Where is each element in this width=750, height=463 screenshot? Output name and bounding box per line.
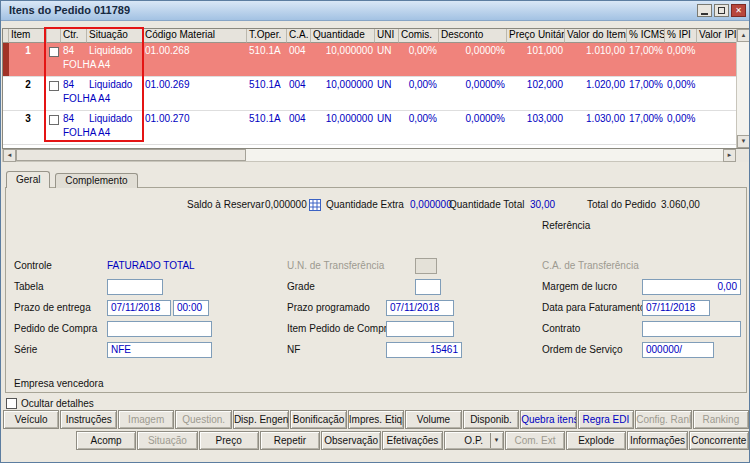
- button-instrucoes[interactable]: Instruções: [60, 410, 116, 429]
- cell-quantidade: 10,000000: [311, 77, 375, 110]
- minimize-icon[interactable]: [697, 4, 712, 17]
- button-preco[interactable]: Preço: [199, 431, 259, 450]
- dropdown-arrow-icon[interactable]: ▼: [490, 433, 502, 448]
- grid-body: 184FOLHA A4Liquidado01.00.268510.1A00410…: [3, 43, 736, 145]
- cell-ctr: 84FOLHA A4: [61, 43, 87, 76]
- cell-valor_ipi: [697, 111, 736, 144]
- serie-field[interactable]: NFE: [107, 342, 212, 358]
- scroll-right-icon[interactable]: ►: [723, 149, 736, 162]
- total-pedido-value: 3.060,00: [661, 197, 700, 213]
- nf-label: NF: [287, 342, 300, 358]
- scrollbar-corner: [736, 149, 749, 162]
- prazo-programado-field[interactable]: 07/11/2018: [386, 300, 454, 316]
- column-header-situacao[interactable]: Situação: [87, 29, 143, 43]
- button-explode[interactable]: Explode: [566, 431, 626, 450]
- cell-ca: 004: [287, 111, 311, 144]
- column-header-ctr[interactable]: Ctr.: [61, 29, 87, 43]
- scrollbar-track[interactable]: [16, 149, 723, 161]
- grade-field[interactable]: [415, 279, 441, 295]
- button-acomp[interactable]: Acomp: [76, 431, 136, 450]
- scroll-left-icon[interactable]: ◄: [3, 149, 16, 162]
- button-bonificacao[interactable]: Bonificação: [290, 410, 346, 429]
- button-o-p[interactable]: O.P.▼: [444, 431, 504, 450]
- tab-geral[interactable]: Geral: [6, 171, 50, 188]
- button-impres-etiq[interactable]: Impres. Etiq.: [348, 410, 404, 429]
- button-regra-edi[interactable]: Regra EDI: [578, 410, 634, 429]
- checkbox-icon: [49, 115, 59, 125]
- column-header-codigo[interactable]: Código Material: [143, 29, 247, 43]
- grid-row-2[interactable]: 284FOLHA A4Liquidado01.00.269510.1A00410…: [3, 77, 736, 111]
- row-checkbox[interactable]: [47, 111, 61, 144]
- prazo-entrega-time-field[interactable]: 00:00: [173, 300, 209, 316]
- button-efetivacoes[interactable]: Efetivações: [382, 431, 442, 450]
- cell-desconto: 0,0000%: [439, 77, 507, 110]
- cell-item: 1: [9, 43, 47, 76]
- button-observacao[interactable]: Observação: [321, 431, 381, 450]
- tab-complemento[interactable]: Complemento: [55, 173, 137, 188]
- prazo-programado-label: Prazo programado: [287, 300, 370, 316]
- cell-quantidade: 10,000000: [311, 111, 375, 144]
- vertical-scrollbar[interactable]: ▲ ▼: [736, 29, 749, 148]
- cell-preco_unitario: 101,000: [507, 43, 565, 76]
- tabela-label: Tabela: [14, 279, 43, 295]
- checkbox-icon[interactable]: [6, 398, 17, 409]
- button-volume[interactable]: Volume: [405, 410, 461, 429]
- cell-uni: UN: [375, 43, 399, 76]
- column-header-preco_unitario[interactable]: Preço Unitário: [507, 29, 565, 43]
- button-veiculo[interactable]: Veículo: [3, 410, 59, 429]
- cell-desconto: 0,0000%: [439, 43, 507, 76]
- titlebar[interactable]: Itens do Pedido 011789 ✕: [1, 1, 749, 21]
- margem-lucro-label: Margem de lucro: [542, 279, 617, 295]
- pedido-compra-field[interactable]: [107, 321, 212, 337]
- column-header-quantidade[interactable]: Quantidade: [311, 29, 375, 43]
- button-informacoes[interactable]: Informações: [627, 431, 687, 450]
- scrollbar-thumb[interactable]: [16, 149, 246, 161]
- button-disponib[interactable]: Disponib.: [463, 410, 519, 429]
- column-header-valor_item[interactable]: Valor do Item: [565, 29, 627, 43]
- item-pedido-compra-field[interactable]: [386, 321, 454, 337]
- row-checkbox[interactable]: [47, 77, 61, 110]
- prazo-entrega-label: Prazo de entrega: [14, 300, 91, 316]
- margem-lucro-field[interactable]: 0,00: [642, 279, 741, 295]
- prazo-entrega-date-field[interactable]: 07/11/2018: [107, 300, 171, 316]
- column-header-ipi[interactable]: % IPI: [665, 29, 697, 43]
- column-header-toper[interactable]: T.Oper.: [247, 29, 287, 43]
- column-header-valor_ipi[interactable]: Valor IPI: [697, 29, 736, 43]
- cell-preco_unitario: 102,000: [507, 77, 565, 110]
- contrato-field[interactable]: [642, 321, 741, 337]
- cell-descricao: FOLHA A4: [63, 127, 110, 138]
- scroll-down-icon[interactable]: ▼: [737, 135, 750, 148]
- column-header-icms[interactable]: % ICMS: [627, 29, 665, 43]
- scroll-up-icon[interactable]: ▲: [737, 29, 750, 42]
- tabela-field[interactable]: [107, 279, 163, 295]
- column-header-uni[interactable]: UNI: [375, 29, 399, 43]
- ocultar-detalhes-label: Ocultar detalhes: [21, 398, 94, 409]
- grid-icon[interactable]: [309, 199, 321, 211]
- column-header-ca[interactable]: C.A.: [287, 29, 311, 43]
- row-checkbox[interactable]: [47, 43, 61, 76]
- horizontal-scrollbar[interactable]: ◄ ►: [2, 149, 750, 162]
- ordem-servico-field[interactable]: 000000/: [642, 342, 714, 358]
- button-imagem: Imagem: [118, 410, 174, 429]
- grid-row-1[interactable]: 184FOLHA A4Liquidado01.00.268510.1A00410…: [3, 43, 736, 77]
- controle-value: FATURADO TOTAL: [107, 258, 195, 274]
- geral-panel: Saldo à Reservar 0,000000 Quantidade Ext…: [5, 187, 747, 393]
- button-situacao: Situação: [137, 431, 197, 450]
- button-repetir[interactable]: Repetir: [260, 431, 320, 450]
- button-quebra-itens[interactable]: Quebra itens: [520, 410, 576, 429]
- column-header-desconto[interactable]: Desconto: [439, 29, 507, 43]
- button-concorrente[interactable]: Concorrente: [689, 431, 749, 450]
- close-icon[interactable]: ✕: [731, 4, 746, 17]
- column-header-item[interactable]: Item: [9, 29, 47, 43]
- maximize-icon[interactable]: [714, 4, 729, 17]
- cell-icms: 17,00%: [627, 77, 665, 110]
- cell-ctr: 84FOLHA A4: [61, 111, 87, 144]
- cell-valor_ipi: [697, 43, 736, 76]
- quantidade-total-label: Quantidade Total: [449, 197, 524, 213]
- button-disp-engenh[interactable]: Disp. Engenh.: [233, 410, 289, 429]
- ocultar-detalhes[interactable]: Ocultar detalhes: [6, 398, 94, 409]
- grid-row-3[interactable]: 384FOLHA A4Liquidado01.00.270510.1A00410…: [3, 111, 736, 145]
- column-header-comis[interactable]: Comis.: [399, 29, 439, 43]
- data-faturamento-field[interactable]: 07/11/2018: [642, 300, 710, 316]
- nf-field[interactable]: 15461: [386, 342, 462, 358]
